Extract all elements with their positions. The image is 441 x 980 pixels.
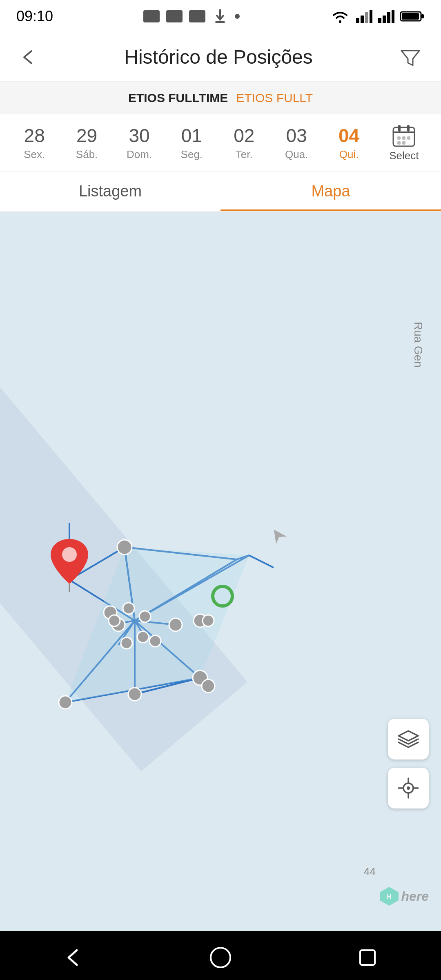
notification-icon2 xyxy=(166,10,183,22)
svg-point-57 xyxy=(59,696,72,709)
date-label-02: Ter. xyxy=(236,148,253,161)
svg-rect-0 xyxy=(215,21,225,23)
svg-rect-7 xyxy=(387,12,390,23)
svg-point-46 xyxy=(123,603,134,614)
date-item-01[interactable]: 01 Seg. xyxy=(165,114,218,171)
svg-rect-1 xyxy=(356,18,359,23)
date-num-04: 04 xyxy=(339,125,359,147)
date-label-03: Qua. xyxy=(285,148,308,161)
svg-point-58 xyxy=(202,679,215,693)
date-label-29: Sáb. xyxy=(76,148,98,161)
svg-rect-20 xyxy=(402,141,405,145)
date-item-03[interactable]: 03 Qua. xyxy=(270,114,323,171)
here-text: here xyxy=(401,889,429,904)
svg-rect-15 xyxy=(407,125,410,131)
date-item-28[interactable]: 28 Sex. xyxy=(8,114,60,171)
svg-point-48 xyxy=(139,611,151,622)
notification-icon3 xyxy=(189,10,205,22)
svg-line-33 xyxy=(249,555,274,568)
select-label: Select xyxy=(389,149,419,162)
svg-point-51 xyxy=(121,637,132,649)
map-svg xyxy=(0,212,441,931)
svg-rect-4 xyxy=(370,10,372,23)
svg-rect-3 xyxy=(365,12,368,23)
svg-rect-10 xyxy=(402,13,419,20)
svg-rect-14 xyxy=(398,125,401,131)
back-button[interactable] xyxy=(16,45,41,69)
app-bar: Histórico de Posições xyxy=(0,33,441,82)
svg-point-54 xyxy=(203,615,214,626)
status-right xyxy=(330,8,425,24)
vehicle-name-main: ETIOS FULLTIME xyxy=(128,91,228,105)
nav-back-button[interactable] xyxy=(57,941,90,974)
date-label-30: Dom. xyxy=(127,148,152,161)
svg-point-64 xyxy=(407,786,410,790)
svg-point-50 xyxy=(137,631,149,643)
date-num-01: 01 xyxy=(181,125,202,147)
svg-rect-13 xyxy=(393,131,414,133)
date-picker-row: 28 Sex. 29 Sáb. 30 Dom. 01 Seg. 02 Ter. … xyxy=(0,114,441,172)
date-item-29[interactable]: 29 Sáb. xyxy=(60,114,113,171)
svg-rect-11 xyxy=(421,14,424,18)
map-area: Rua Gen xyxy=(0,212,441,931)
signal2-icon xyxy=(378,8,394,24)
location-button[interactable] xyxy=(388,768,429,808)
vehicle-strip: ETIOS FULLTIME ETIOS FULLT xyxy=(0,82,441,114)
date-item-30[interactable]: 30 Dom. xyxy=(113,114,165,171)
filter-button[interactable] xyxy=(396,43,425,71)
nav-back-icon xyxy=(61,945,86,970)
svg-rect-16 xyxy=(397,136,401,140)
svg-rect-5 xyxy=(378,18,381,23)
nav-home-icon xyxy=(208,945,233,970)
status-dot xyxy=(235,14,240,19)
nav-recent-button[interactable] xyxy=(351,941,384,974)
tab-listagem-label: Listagem xyxy=(79,183,142,200)
here-logo-icon: H xyxy=(379,886,399,906)
vehicle-name-sub: ETIOS FULLT xyxy=(236,91,313,105)
svg-rect-17 xyxy=(402,136,405,140)
date-label-28: Sex. xyxy=(24,148,45,161)
svg-point-56 xyxy=(128,688,141,701)
status-icons xyxy=(143,8,240,24)
svg-point-47 xyxy=(109,615,120,626)
date-num-28: 28 xyxy=(24,125,45,147)
status-bar: 09:10 xyxy=(0,0,441,33)
date-item-02[interactable]: 02 Ter. xyxy=(218,114,270,171)
tab-mapa-label: Mapa xyxy=(311,183,350,200)
svg-point-71 xyxy=(211,948,230,967)
layers-button[interactable] xyxy=(388,719,429,760)
battery-icon xyxy=(400,9,425,23)
calendar-icon-wrap: Select xyxy=(389,123,419,162)
svg-rect-19 xyxy=(397,141,401,145)
svg-marker-42 xyxy=(269,526,287,544)
tab-mapa[interactable]: Mapa xyxy=(220,172,441,211)
here-watermark: H here xyxy=(379,886,429,906)
calendar-icon xyxy=(392,123,416,148)
date-num-02: 02 xyxy=(234,125,254,147)
nav-recent-icon xyxy=(355,945,380,970)
wifi-icon xyxy=(330,8,350,24)
tab-listagem[interactable]: Listagem xyxy=(0,172,220,211)
download-icon xyxy=(212,8,228,24)
svg-rect-72 xyxy=(360,950,375,965)
nav-home-button[interactable] xyxy=(204,941,237,974)
page-title: Histórico de Posições xyxy=(124,46,313,68)
date-label-01: Seg. xyxy=(181,148,203,161)
svg-point-60 xyxy=(62,547,77,562)
svg-marker-41 xyxy=(65,547,249,702)
date-item-04[interactable]: 04 Qui. xyxy=(323,114,375,171)
date-num-03: 03 xyxy=(286,125,307,147)
map-number: 44 xyxy=(364,865,376,878)
svg-text:H: H xyxy=(387,893,392,900)
svg-point-52 xyxy=(149,635,161,647)
svg-rect-6 xyxy=(383,16,386,23)
date-label-04: Qui. xyxy=(339,148,359,161)
status-time: 09:10 xyxy=(16,8,53,25)
date-num-30: 30 xyxy=(129,125,149,147)
layers-icon xyxy=(397,728,420,751)
date-select-button[interactable]: Select xyxy=(375,114,433,171)
notification-icon xyxy=(143,10,160,22)
date-num-29: 29 xyxy=(76,125,97,147)
svg-rect-18 xyxy=(407,136,410,140)
location-icon xyxy=(397,777,420,800)
